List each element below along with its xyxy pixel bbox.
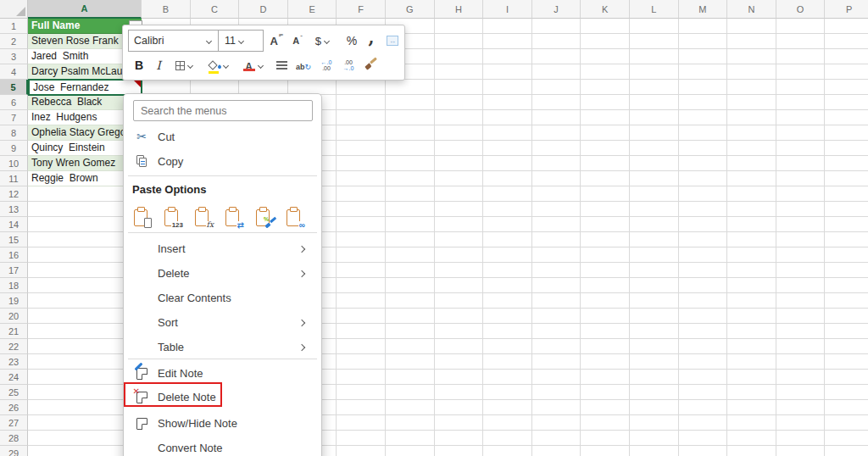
row-header-14[interactable]: 14: [0, 217, 28, 232]
row-header-22[interactable]: 22: [0, 339, 28, 354]
fill-color-swatch: [209, 71, 219, 74]
row-header-15[interactable]: 15: [0, 232, 28, 247]
menu-item-edit-note[interactable]: Edit Note: [125, 362, 320, 385]
menu-item-cut[interactable]: ✂ Cut: [125, 124, 320, 149]
column-header-b[interactable]: B: [142, 0, 191, 19]
chevron-down-icon: [223, 62, 229, 68]
row-header-6[interactable]: 6: [0, 95, 28, 110]
column-header-i[interactable]: I: [483, 0, 532, 19]
brush-icon: %: [264, 219, 276, 230]
row-header-11[interactable]: 11: [0, 171, 28, 186]
fill-color-button[interactable]: [203, 54, 233, 76]
row-header-23[interactable]: 23: [0, 354, 28, 370]
column-header-g[interactable]: G: [386, 0, 435, 19]
font-color-swatch: [243, 69, 255, 71]
paste-transpose-button[interactable]: ⇄: [224, 207, 244, 229]
menu-item-table[interactable]: Table: [125, 335, 320, 359]
menu-item-clear-contents[interactable]: Clear Contents: [125, 286, 320, 310]
comma-style-button[interactable]: ,: [364, 30, 379, 52]
search-input[interactable]: [133, 100, 313, 121]
menu-item-insert[interactable]: Insert: [125, 236, 320, 261]
column-header-o[interactable]: O: [776, 0, 826, 19]
chevron-down-icon[interactable]: [238, 37, 244, 43]
row-header-16[interactable]: 16: [0, 247, 28, 263]
borders-button[interactable]: [170, 54, 198, 76]
row-header-26[interactable]: 26: [0, 400, 28, 415]
increase-font-size-button[interactable]: Aˇ̿: [265, 30, 286, 52]
chevron-down-icon: [324, 37, 330, 43]
column-header-d[interactable]: D: [239, 0, 288, 19]
row-header-19[interactable]: 19: [0, 293, 28, 309]
paste-formatting-button[interactable]: %: [254, 207, 275, 229]
row-header-25[interactable]: 25: [0, 385, 28, 400]
menu-item-show-hide-note[interactable]: Show/Hide Note: [125, 412, 320, 435]
font-size-select[interactable]: 11: [219, 35, 239, 47]
font-name-select[interactable]: Calibri: [129, 35, 207, 47]
row-header-9[interactable]: 9: [0, 141, 28, 156]
row-header-20[interactable]: 20: [0, 309, 28, 324]
select-all-triangle-icon: [16, 7, 25, 16]
column-header-c[interactable]: C: [191, 0, 240, 19]
row-header-13[interactable]: 13: [0, 202, 28, 217]
paste-values-button[interactable]: 123: [163, 207, 183, 229]
row-header-29[interactable]: 29: [0, 446, 28, 456]
column-header-a[interactable]: A: [28, 0, 142, 19]
paste-link-button[interactable]: ∞: [285, 207, 305, 229]
row-header-27[interactable]: 27: [0, 415, 28, 431]
row-header-21[interactable]: 21: [0, 324, 28, 339]
row-header-2[interactable]: 2: [0, 34, 28, 49]
decrease-decimal-button[interactable]: ←.0 .00: [316, 54, 337, 76]
increase-decimal-icon: .00 →.0: [343, 59, 354, 71]
paste-button[interactable]: [132, 207, 153, 229]
row-header-24[interactable]: 24: [0, 370, 28, 385]
menu-item-convert-note[interactable]: Convert Note: [125, 437, 320, 456]
row-header-12[interactable]: 12: [0, 186, 28, 202]
column-header-l[interactable]: L: [630, 0, 679, 19]
row-header-3[interactable]: 3: [0, 49, 28, 64]
row-header-8[interactable]: 8: [0, 125, 28, 141]
select-all-corner[interactable]: [0, 0, 28, 19]
accounting-format-button[interactable]: $: [309, 30, 335, 52]
row-header-28[interactable]: 28: [0, 431, 28, 446]
column-header-e[interactable]: E: [288, 0, 337, 19]
decrease-font-size-button[interactable]: Aˇ: [287, 30, 308, 52]
chevron-right-icon: [298, 270, 305, 276]
column-header-f[interactable]: F: [337, 0, 386, 19]
column-header-m[interactable]: M: [679, 0, 728, 19]
row-header-1[interactable]: 1: [0, 19, 28, 34]
wrap-text-button[interactable]: ab↻: [292, 54, 314, 76]
font-color-icon: A: [243, 58, 255, 72]
menu-item-delete[interactable]: Delete: [125, 261, 320, 286]
increase-decimal-button[interactable]: .00 →.0: [338, 54, 359, 76]
chevron-down-icon[interactable]: [206, 37, 212, 43]
autofit-width-icon: ↔: [387, 36, 398, 46]
bold-button[interactable]: B: [130, 54, 148, 76]
column-header-h[interactable]: H: [435, 0, 484, 19]
autofit-width-button[interactable]: ↔: [382, 30, 403, 52]
font-color-button[interactable]: A: [238, 54, 267, 76]
copy-icon: [134, 153, 149, 169]
row-header-10[interactable]: 10: [0, 156, 28, 171]
wrap-text-icon: ab↻: [296, 58, 311, 73]
mini-format-toolbar: Calibri 11 Aˇ̿ Aˇ $ % , ↔: [122, 25, 405, 81]
italic-button[interactable]: I: [150, 54, 167, 76]
column-header-p[interactable]: P: [825, 0, 868, 19]
column-header-n[interactable]: N: [727, 0, 776, 19]
format-painter-button[interactable]: [360, 54, 382, 76]
row-header-7[interactable]: 7: [0, 110, 28, 125]
column-header-k[interactable]: K: [581, 0, 630, 19]
column-header-j[interactable]: J: [532, 0, 581, 19]
row-header-4[interactable]: 4: [0, 64, 28, 80]
chevron-right-icon: [298, 343, 305, 350]
row-header-17[interactable]: 17: [0, 263, 28, 278]
show-hide-note-icon: [134, 416, 149, 431]
alignment-button[interactable]: [272, 54, 291, 76]
menu-item-sort[interactable]: Sort: [125, 310, 320, 335]
menu-item-copy[interactable]: Copy: [125, 148, 320, 174]
row-header-18[interactable]: 18: [0, 278, 28, 293]
row-header-5[interactable]: 5: [0, 80, 28, 95]
chevron-down-icon: [257, 62, 263, 68]
paste-formulas-button[interactable]: fx: [193, 207, 214, 229]
edit-note-icon: [134, 366, 149, 381]
percent-style-button[interactable]: %: [342, 30, 362, 52]
